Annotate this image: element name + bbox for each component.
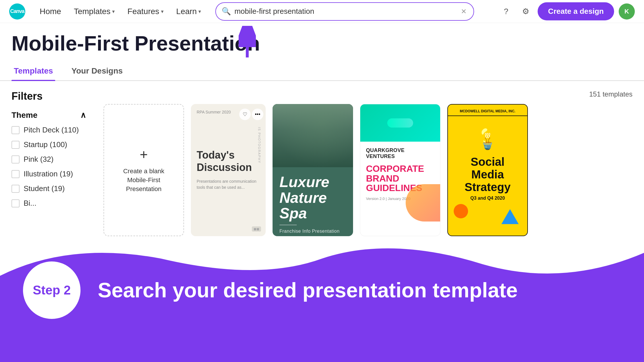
card4-blob-decoration xyxy=(406,184,440,222)
help-icon[interactable]: ? xyxy=(499,4,513,19)
page-title-area: Mobile-First Presentation xyxy=(0,23,644,55)
filter-bi[interactable]: Bi... xyxy=(12,199,86,208)
filter-pink[interactable]: Pink (32) xyxy=(12,155,86,164)
card2-body: Today's Discussion Presentations are com… xyxy=(191,114,266,190)
create-design-button[interactable]: Create a design xyxy=(538,2,614,20)
logo[interactable]: Canva xyxy=(9,3,25,20)
card5-header: MCDOWELL DIGITAL MEDIA, INC. xyxy=(448,105,527,116)
filter-checkbox[interactable] xyxy=(12,199,20,207)
theme-filter-section[interactable]: Theme ∧ xyxy=(12,110,86,120)
filter-checkbox[interactable] xyxy=(12,185,20,193)
template-card-5[interactable]: MCDOWELL DIGITAL MEDIA, INC. 💡 Social Me… xyxy=(447,104,528,236)
chevron-up-icon: ∧ xyxy=(80,110,86,120)
nav-templates[interactable]: Templates ▾ xyxy=(69,4,120,19)
templates-chevron-icon: ▾ xyxy=(112,8,115,15)
template-card-4[interactable]: QUARKGROVE VENTURES CORPORATE BRAND GUID… xyxy=(360,104,440,236)
filter-checkbox[interactable] xyxy=(12,126,20,134)
step-content: Step 2 Search your desired presentation … xyxy=(0,230,644,351)
features-chevron-icon: ▾ xyxy=(161,8,164,15)
card3-title: Luxure Nature Spa xyxy=(279,174,346,221)
nav-learn[interactable]: Learn ▾ xyxy=(171,4,206,19)
step-text: Search your desired presentation templat… xyxy=(98,278,518,302)
overlay-area: Step 2 Search your desired presentation … xyxy=(0,213,644,362)
blank-template-card[interactable]: + Create a blank Mobile-First Presentati… xyxy=(103,104,184,236)
nav-features[interactable]: Features ▾ xyxy=(122,4,169,19)
card5-content: 💡 Social Media Strategy Q3 and Q4 2020 xyxy=(448,116,527,207)
tab-your-designs[interactable]: Your Designs xyxy=(69,62,125,80)
filter-checkbox[interactable] xyxy=(12,141,20,149)
avatar[interactable]: K xyxy=(619,3,635,20)
clear-search-icon[interactable]: ✕ xyxy=(460,6,468,17)
card5-circle-decoration xyxy=(454,204,468,218)
filter-checkbox[interactable] xyxy=(12,170,20,178)
templates-count: 151 templates xyxy=(103,90,632,98)
settings-icon[interactable]: ⚙ xyxy=(518,4,533,19)
filter-illustration[interactable]: Illustration (19) xyxy=(12,170,86,178)
step-circle-label: Step 2 xyxy=(33,283,71,297)
plus-icon: + xyxy=(140,147,148,162)
card4-brand: QUARKGROVE VENTURES xyxy=(366,147,434,159)
card2-subtitle: Presentations are communication tools th… xyxy=(197,178,260,190)
filter-startup[interactable]: Startup (100) xyxy=(12,140,86,149)
card5-title: Social Media Strategy xyxy=(454,155,522,193)
card5-triangle-decoration xyxy=(501,209,519,224)
tab-templates[interactable]: Templates xyxy=(12,62,55,80)
navbar: Canva Home Templates ▾ Features ▾ Learn … xyxy=(0,0,644,23)
more-options-icon[interactable]: ••• xyxy=(252,109,263,120)
card2-vertical-text: IS PHOTOGRAPHY xyxy=(258,127,261,163)
nav-home[interactable]: Home xyxy=(34,4,66,19)
card2-title: Today's Discussion xyxy=(197,149,260,174)
filter-pitch-deck[interactable]: Pitch Deck (110) xyxy=(12,126,86,134)
heart-icon[interactable]: ♡ xyxy=(239,109,251,120)
learn-chevron-icon: ▾ xyxy=(198,8,201,15)
search-input[interactable] xyxy=(234,7,460,16)
page-title: Mobile-First Presentation xyxy=(12,32,644,55)
search-bar: 🔍 ✕ xyxy=(215,2,474,21)
filter-student[interactable]: Student (19) xyxy=(12,184,86,193)
nav-actions: ? ⚙ Create a design K xyxy=(499,2,635,20)
step-main-text: Search your desired presentation templat… xyxy=(98,278,518,302)
card5-quarter: Q3 and Q4 2020 xyxy=(470,196,505,201)
template-card-3[interactable]: Luxure Nature Spa Franchise Info Present… xyxy=(273,104,353,236)
blank-card-label: Create a blank Mobile-First Presentation xyxy=(115,167,172,193)
bulb-icon: 💡 xyxy=(475,126,501,151)
card-actions: ♡ ••• xyxy=(239,109,263,120)
filter-checkbox[interactable] xyxy=(12,155,20,163)
sidebar-title: Filters xyxy=(12,90,86,102)
logo-text: Canva xyxy=(10,8,24,14)
card3-content: Luxure Nature Spa Franchise Info Present… xyxy=(273,167,353,236)
tabs: Templates Your Designs xyxy=(0,62,644,81)
template-card-2[interactable]: ♡ ••• RPA Summer 2020 IS PHOTOGRAPHY Tod… xyxy=(191,104,266,236)
nav-links: Home Templates ▾ Features ▾ Learn ▾ xyxy=(34,4,206,19)
search-icon: 🔍 xyxy=(222,7,231,16)
templates-row: + Create a blank Mobile-First Presentati… xyxy=(103,104,632,236)
step-circle: Step 2 xyxy=(23,261,80,319)
